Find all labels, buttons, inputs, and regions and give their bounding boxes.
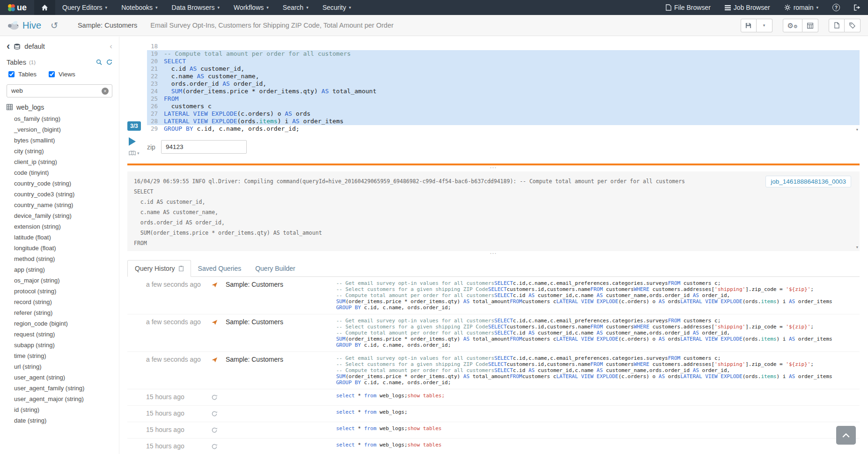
execute-button[interactable]: [129, 137, 136, 146]
editor-line[interactable]: 26 customers c: [147, 103, 860, 110]
views-checkbox[interactable]: [49, 71, 55, 77]
column-item[interactable]: method (string): [7, 253, 112, 264]
variable-zip-input[interactable]: [161, 140, 247, 154]
query-history-icon[interactable]: ↺: [51, 21, 58, 30]
back-icon[interactable]: ‹: [7, 42, 10, 51]
tags-button[interactable]: [845, 19, 861, 32]
tab-label: Query Builder: [255, 265, 295, 272]
column-item[interactable]: date (string): [7, 415, 112, 426]
column-item[interactable]: bytes (smallint): [7, 135, 112, 146]
nav-menu-workflows[interactable]: Workflows▾: [227, 0, 276, 15]
column-item[interactable]: country_code (string): [7, 178, 112, 189]
results-map-button[interactable]: ▾: [129, 150, 140, 156]
history-row[interactable]: 15 hours agoselect * from web_logs;: [127, 406, 860, 422]
hue-logo-text: ue: [17, 3, 27, 13]
table-search-button[interactable]: [96, 59, 102, 65]
collapse-sidebar-icon[interactable]: ‹: [110, 43, 112, 50]
column-item[interactable]: user_agent_family (string): [7, 383, 112, 394]
column-item[interactable]: subapp (string): [7, 340, 112, 350]
column-item[interactable]: app (string): [7, 264, 112, 275]
nav-menu-notebooks[interactable]: Notebooks▾: [114, 0, 164, 15]
nav-menu-security[interactable]: Security▾: [316, 0, 358, 15]
column-item[interactable]: url (string): [7, 361, 112, 372]
column-item[interactable]: request (string): [7, 329, 112, 340]
log-scrollbar-down-icon[interactable]: ▾: [855, 244, 859, 250]
editor-line[interactable]: 25FROM: [147, 95, 860, 103]
database-name[interactable]: default: [24, 43, 45, 50]
table-item-web-logs[interactable]: web_logs: [7, 99, 112, 113]
history-row[interactable]: a few seconds agoSample: Customers-- Get…: [127, 277, 860, 314]
editor-line[interactable]: 23 ords.order_id AS order_id,: [147, 80, 860, 88]
history-time: a few seconds ago: [146, 318, 212, 326]
editor-scrollbar-down-icon[interactable]: ▾: [855, 127, 859, 133]
column-item[interactable]: _version_ (bigint): [7, 124, 112, 135]
column-item[interactable]: country_name (string): [7, 200, 112, 210]
column-item[interactable]: os_family (string): [7, 113, 112, 124]
sql-token: AS: [463, 336, 470, 342]
editor-line[interactable]: 28LATERAL VIEW EXPLODE(ords.items) i AS …: [147, 118, 860, 125]
nav-job-browser[interactable]: Job Browser: [718, 0, 777, 15]
save-button[interactable]: [741, 19, 757, 32]
hue-logo[interactable]: ue: [0, 0, 34, 15]
column-item[interactable]: record (string): [7, 297, 112, 307]
scheduler-button[interactable]: [802, 19, 818, 32]
nav-file-browser[interactable]: File Browser: [659, 0, 718, 15]
editor-line[interactable]: 27LATERAL VIEW EXPLODE(c.orders) o AS or…: [147, 110, 860, 118]
log-resize-handle[interactable]: ⋯: [127, 165, 860, 171]
nav-home-button[interactable]: [34, 0, 55, 15]
editor-line[interactable]: 19-- Compute total amount per order for …: [147, 50, 860, 58]
history-row[interactable]: 15 hours agoselect * from web_logs;show …: [127, 439, 860, 454]
column-item[interactable]: region_code (bigint): [7, 318, 112, 329]
sql-token: ;: [810, 361, 814, 367]
tab-query-builder[interactable]: Query Builder: [248, 260, 302, 276]
column-item[interactable]: time (string): [7, 350, 112, 361]
table-refresh-button[interactable]: [106, 59, 112, 65]
nav-user-label: romain: [794, 4, 814, 11]
editor-line[interactable]: 18: [147, 43, 860, 50]
column-item[interactable]: code (tinyint): [7, 167, 112, 178]
history-row[interactable]: a few seconds agoSample: Customers-- Get…: [127, 314, 860, 352]
column-item[interactable]: client_ip (string): [7, 156, 112, 167]
sql-token: LATERAL VIEW EXPLODE: [556, 373, 618, 380]
column-item[interactable]: id (string): [7, 404, 112, 415]
new-document-button[interactable]: [829, 19, 845, 32]
history-row[interactable]: a few seconds agoSample: Customers-- Get…: [127, 352, 860, 389]
clear-filter-icon[interactable]: ×: [102, 88, 109, 95]
history-resize-handle[interactable]: ⋯: [127, 251, 860, 257]
nav-help-button[interactable]: ?: [825, 0, 847, 15]
table-name: web_logs: [16, 104, 44, 111]
history-row[interactable]: 15 hours agoselect * from web_logs;show …: [127, 389, 860, 406]
column-item[interactable]: extension (string): [7, 221, 112, 232]
tab-query-history[interactable]: Query History: [127, 260, 191, 277]
settings-button[interactable]: ⚙⚙: [783, 19, 802, 32]
column-item[interactable]: device_family (string): [7, 210, 112, 221]
column-item[interactable]: protocol (string): [7, 286, 112, 297]
nav-menu-query-editors[interactable]: Query Editors▾: [55, 0, 114, 15]
column-item[interactable]: referer (string): [7, 307, 112, 318]
tables-checkbox[interactable]: [8, 71, 15, 77]
column-item[interactable]: longitude (float): [7, 243, 112, 253]
nav-user-menu[interactable]: romain ▾: [777, 0, 825, 15]
column-item[interactable]: city (string): [7, 146, 112, 156]
tab-saved-queries[interactable]: Saved Queries: [191, 260, 249, 276]
column-item[interactable]: os_major (string): [7, 275, 112, 286]
editor-line[interactable]: 22 c.name AS customer_name,: [147, 73, 860, 80]
column-item[interactable]: user_agent (string): [7, 372, 112, 383]
editor-line[interactable]: 20SELECT: [147, 58, 860, 65]
editor-line[interactable]: 29GROUP BY c.id, c.name, ords.order_id;: [147, 125, 860, 133]
nav-menu-search[interactable]: Search▾: [276, 0, 316, 15]
column-item[interactable]: user_agent_major (string): [7, 394, 112, 404]
scroll-to-top-button[interactable]: [836, 426, 856, 445]
table-filter-input[interactable]: [7, 84, 112, 97]
history-row[interactable]: 15 hours agoselect * from web_logs;show …: [127, 422, 860, 439]
save-dropdown-button[interactable]: ▾: [757, 19, 772, 32]
line-number: 28: [147, 118, 164, 125]
job-link[interactable]: job_1461888648136_0003: [765, 176, 851, 187]
column-item[interactable]: latitude (float): [7, 232, 112, 243]
editor-line[interactable]: 24 SUM(order_items.price * order_items.q…: [147, 88, 860, 95]
sql-editor[interactable]: 1819-- Compute total amount per order fo…: [147, 43, 860, 133]
editor-line[interactable]: 21 c.id AS customer_id,: [147, 65, 860, 73]
nav-menu-data-browsers[interactable]: Data Browsers▾: [165, 0, 227, 15]
nav-signout-button[interactable]: [847, 0, 868, 15]
column-item[interactable]: country_code3 (string): [7, 189, 112, 200]
